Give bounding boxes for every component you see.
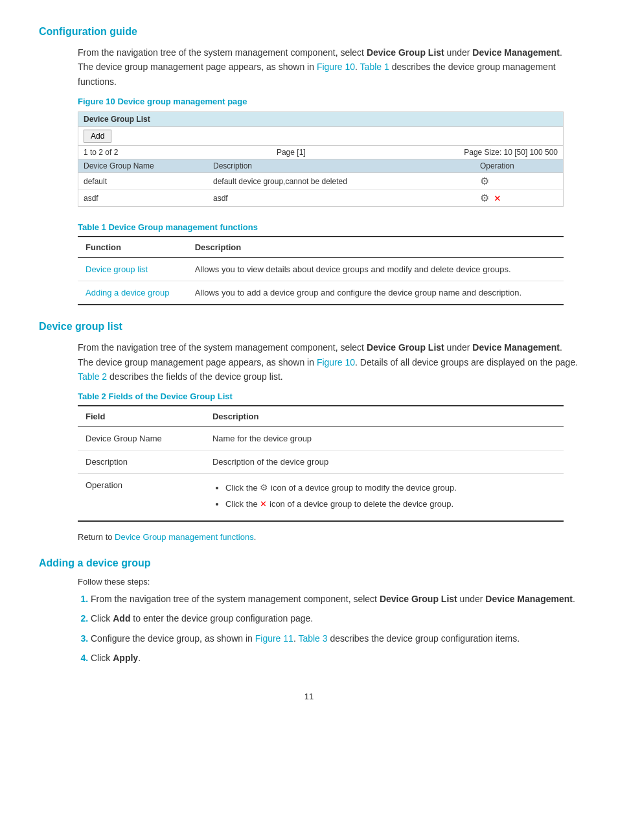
page-number: 11 — [39, 692, 579, 701]
table1-caption: Table 1 Device Group management function… — [78, 222, 579, 232]
dg-row-default: default default device group,cannot be d… — [78, 173, 563, 190]
return-link[interactable]: Device Group management functions — [115, 532, 254, 542]
list-item: Click Apply. — [91, 651, 579, 665]
return-link-text: Return to Device Group management functi… — [78, 532, 579, 542]
dg-row-default-desc: default device group,cannot be deleted — [213, 177, 480, 186]
table1: Function Description Device group list A… — [78, 236, 564, 305]
dg-row-asdf: asdf asdf ⚙ ✕ — [78, 190, 563, 206]
config-guide-intro: From the navigation tree of the system m… — [78, 45, 579, 89]
dg-row-asdf-op: ⚙ ✕ — [480, 192, 558, 204]
dg-row-asdf-name: asdf — [84, 194, 213, 203]
delete-icon: ✕ — [260, 499, 267, 509]
list-item: Configure the device group, as shown in … — [91, 631, 579, 646]
table2-field-desc: Description — [78, 450, 205, 474]
table1-row1-function[interactable]: Device group list — [78, 258, 187, 281]
table-row: Adding a device group Allows you to add … — [78, 281, 564, 305]
config-guide-heading: Configuration guide — [39, 26, 579, 38]
table-row: Device group list Allows you to view det… — [78, 258, 564, 281]
table-row: Device Group Name Name for the device gr… — [78, 427, 564, 450]
table2-field-operation-desc: Click the ⚙ icon of a device group to mo… — [205, 474, 564, 521]
table2-field-name-desc: Name for the device group — [205, 427, 564, 450]
table2-field-desc-text: Description of the device group — [205, 450, 564, 474]
dg-col-op: Operation — [480, 161, 558, 170]
dg-row-default-op: ⚙ — [480, 175, 558, 187]
modify-icon: ⚙ — [260, 482, 268, 493]
list-item: From the navigation tree of the system m… — [91, 592, 579, 606]
table1-row1-description: Allows you to view details about device … — [187, 258, 564, 281]
edit-icon-default[interactable]: ⚙ — [480, 176, 489, 187]
dg-table-title: Device Group List — [78, 112, 563, 127]
dg-row-default-name: default — [84, 177, 213, 186]
device-group-list-heading: Device group list — [39, 321, 579, 332]
figure10-link2[interactable]: Figure 10 — [317, 357, 355, 368]
table2-link[interactable]: Table 2 — [78, 371, 107, 382]
dg-col-desc: Description — [213, 161, 480, 170]
dg-pager-size: Page Size: 10 [50] 100 500 — [464, 148, 558, 157]
dg-row-asdf-desc: asdf — [213, 194, 480, 203]
list-item: Click Add to enter the device group conf… — [91, 611, 579, 625]
table2-col-description: Description — [205, 406, 564, 427]
dg-pager: 1 to 2 of 2 Page [1] Page Size: 10 [50] … — [78, 146, 563, 159]
dg-col-header: Device Group Name Description Operation — [78, 159, 563, 173]
table2-col-field: Field — [78, 406, 205, 427]
dg-toolbar: Add — [78, 127, 563, 146]
dg-pager-page: Page [1] — [277, 148, 306, 157]
follow-steps-text: Follow these steps: — [78, 577, 579, 587]
table2-field-operation: Operation — [78, 474, 205, 521]
dg-add-button[interactable]: Add — [84, 130, 111, 143]
table-row: Operation Click the ⚙ icon of a device g… — [78, 474, 564, 521]
adding-device-group-heading: Adding a device group — [39, 557, 579, 569]
figure11-link[interactable]: Figure 11 — [255, 633, 293, 644]
table1-col-description: Description — [187, 237, 564, 258]
table2-field-name: Device Group Name — [78, 427, 205, 450]
steps-list: From the navigation tree of the system m… — [91, 592, 579, 666]
table1-row2-function[interactable]: Adding a device group — [78, 281, 187, 305]
list-item: Click the ⚙ icon of a device group to mo… — [225, 480, 556, 495]
edit-icon-asdf[interactable]: ⚙ — [480, 192, 489, 204]
delete-icon-asdf[interactable]: ✕ — [494, 193, 501, 204]
table2-caption: Table 2 Fields of the Device Group List — [78, 391, 579, 401]
dg-pager-count: 1 to 2 of 2 — [84, 148, 118, 157]
list-item: Click the ✕ icon of a device group to de… — [225, 498, 556, 511]
table1-link[interactable]: Table 1 — [360, 62, 389, 72]
table1-col-function: Function — [78, 237, 187, 258]
table1-row2-description: Allows you to add a device group and con… — [187, 281, 564, 305]
figure10-link1[interactable]: Figure 10 — [317, 62, 355, 72]
figure10-table: Device Group List Add 1 to 2 of 2 Page [… — [78, 111, 564, 207]
figure10-caption: Figure 10 Device group management page — [78, 97, 579, 106]
table3-link[interactable]: Table 3 — [298, 633, 327, 644]
dg-col-name: Device Group Name — [84, 161, 213, 170]
table2: Field Description Device Group Name Name… — [78, 405, 564, 522]
device-group-list-intro: From the navigation tree of the system m… — [78, 340, 579, 384]
table-row: Description Description of the device gr… — [78, 450, 564, 474]
